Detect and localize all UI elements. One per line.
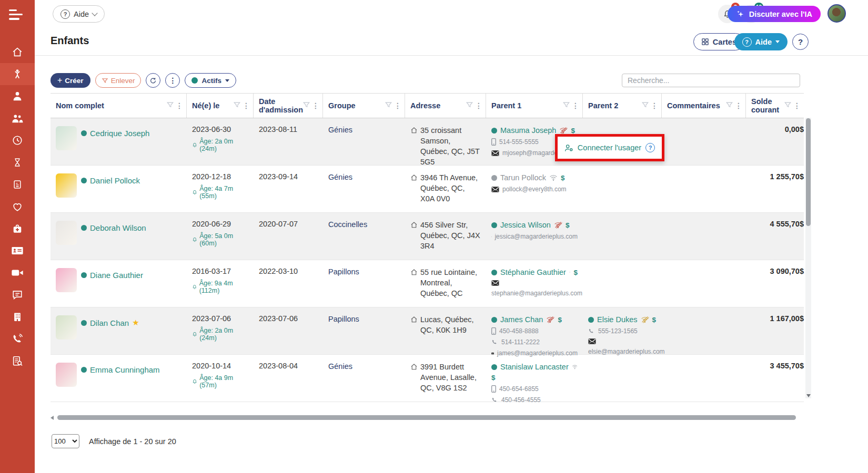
billing-dollar-icon[interactable]: $ [558,316,562,324]
sidebar-item-children[interactable] [0,63,35,85]
filter-funnel-icon[interactable] [166,101,174,109]
column-menu-icon[interactable]: ⋮ [394,102,401,109]
parent1-cell: Stanislaw Lancaster$450-654-6855450-456-… [486,355,583,404]
sidebar-item-schedule[interactable] [0,129,35,151]
column-menu-icon[interactable]: ⋮ [651,102,658,109]
billing-dollar-icon[interactable]: $ [561,174,565,182]
create-button[interactable]: + Créer [51,73,90,88]
horizontal-scrollbar[interactable] [51,415,810,421]
hamburger-menu-icon[interactable] [9,9,26,23]
child-name-link[interactable]: Daniel Pollock [90,176,140,185]
column-filter[interactable] [725,101,733,110]
billing-dollar-icon[interactable]: $ [573,269,578,276]
filter-funnel-icon[interactable] [385,101,392,109]
column-menu-icon[interactable]: ⋮ [793,102,801,109]
sidebar-item-health[interactable] [0,196,35,218]
sidebar-item-home[interactable] [0,41,35,63]
parent-name-link[interactable]: Jessica Wilson [500,221,551,229]
table-row[interactable]: Dilan Chan★ 2023-07-06 Âge: 2a 0m (24m) … [51,307,804,355]
vertical-scrollbar[interactable] [805,118,811,398]
column-filter[interactable] [166,101,174,110]
billing-dollar-icon[interactable]: $ [652,316,657,324]
sidebar-item-contact-card[interactable] [0,240,35,262]
filter-funnel-icon[interactable] [784,101,792,109]
more-options-button[interactable]: ⋮ [165,73,180,88]
table-row[interactable]: Daniel Pollock 2020-12-18 Âge: 4a 7m (55… [51,166,804,213]
page-size-select[interactable]: 100 [52,434,79,448]
billing-dollar-icon[interactable]: $ [571,127,575,135]
contact-text: jessica@magarderieplus.com [494,233,578,240]
sidebar-item-billing[interactable] [0,173,35,196]
search-input[interactable] [622,74,800,87]
help-circle-button[interactable]: ? [792,34,809,50]
user-avatar[interactable] [827,4,846,23]
sidebar-item-parents[interactable] [0,107,35,129]
sidebar-item-first-aid[interactable] [0,218,35,240]
column-filter[interactable] [385,101,392,110]
table-row[interactable]: Emma Cunningham 2020-10-14 Âge: 4a 9m (5… [51,355,804,402]
scroll-down-arrow-icon[interactable] [806,394,811,397]
refresh-button[interactable] [146,73,160,88]
table-row[interactable]: Cedrique Joseph 2023-06-30 Âge: 2a 0m (2… [51,118,804,166]
filter-funnel-icon[interactable] [302,101,310,109]
wifi-on-icon [569,269,571,276]
column-menu-icon[interactable]: ⋮ [475,102,482,109]
child-name-link[interactable]: Emma Cunningham [90,365,160,374]
sidebar-item-reports[interactable] [0,350,35,372]
billing-dollar-icon[interactable]: $ [566,221,570,229]
parent-name-link[interactable]: Stanislaw Lancaster [500,363,569,371]
aide-top-dropdown[interactable]: ? Aide [53,5,105,23]
contact-line: jessica@magarderieplus.com [491,233,578,240]
sidebar-item-cameras[interactable] [0,262,35,284]
child-name-link[interactable]: Diane Gauthier [90,271,143,280]
child-name-link[interactable]: Deborah Wilson [90,223,146,232]
birthdate-cell: 2020-06-29 Âge: 5a 0m (60m) [187,213,254,260]
contact-text: 450-458-8888 [499,327,539,335]
child-name-link[interactable]: Cedrique Joseph [90,129,149,138]
horizontal-scrollbar-thumb[interactable] [57,415,796,420]
column-menu-icon[interactable]: ⋮ [735,102,742,109]
help-icon[interactable]: ? [645,143,655,152]
column-filter[interactable] [466,101,473,110]
column-filter[interactable] [641,101,649,110]
column-menu-icon[interactable]: ⋮ [176,102,183,109]
parent-name-link[interactable]: James Chan [500,315,543,324]
connect-user-button[interactable]: Connecter l'usager? [555,134,664,161]
column-menu-icon[interactable]: ⋮ [312,102,319,109]
sidebar-item-calls[interactable] [0,328,35,350]
staff-icon [12,90,23,102]
filter-funnel-icon[interactable] [725,101,733,109]
sidebar-item-educators[interactable] [0,85,35,107]
column-filter[interactable] [562,101,570,110]
table-row[interactable]: Deborah Wilson 2020-06-29 Âge: 5a 0m (60… [51,213,804,260]
admission-date: 2023-08-11 [259,125,318,133]
scroll-left-arrow-icon[interactable] [51,416,54,420]
column-filter[interactable] [233,101,241,110]
filter-funnel-icon[interactable] [641,101,649,109]
column-filter[interactable] [302,101,310,110]
aide-page-dropdown[interactable]: ? Aide [734,33,788,50]
parent-name-link[interactable]: Stéphanie Gauthier [500,268,566,276]
vertical-scrollbar-thumb[interactable] [806,118,811,226]
chat-with-ai-button[interactable]: Discuter avec l'IA [728,6,821,22]
column-menu-icon[interactable]: ⋮ [572,102,579,109]
page-header: Enfants Cartes ? Aide ? [35,28,868,56]
remove-filter-button[interactable]: Enlever [95,73,142,88]
filter-funnel-icon[interactable] [233,101,241,109]
child-name-link[interactable]: Dilan Chan [90,318,129,327]
house-icon [410,316,418,323]
parent-name-link[interactable]: Masuma Joseph [500,126,556,135]
billing-dollar-icon[interactable]: $ [491,374,496,382]
status-filter-dropdown[interactable]: Actifs [185,73,236,88]
filter-funnel-icon[interactable] [562,101,570,109]
address-cell: Lucas, Québec, QC, K0K 1H9 [405,307,486,357]
filter-funnel-icon[interactable] [466,101,473,109]
parent-name-link[interactable]: Elsie Dukes [597,315,638,324]
column-filter[interactable] [784,101,792,110]
sidebar-item-facility[interactable] [0,306,35,328]
sidebar-item-waiting-list[interactable] [0,151,35,173]
table-row[interactable]: Diane Gauthier 2016-03-17 Âge: 9a 4m (11… [51,260,804,307]
parent-name-link[interactable]: Tarun Pollock [500,173,546,182]
column-menu-icon[interactable]: ⋮ [243,102,250,109]
sidebar-item-messages[interactable] [0,284,35,306]
